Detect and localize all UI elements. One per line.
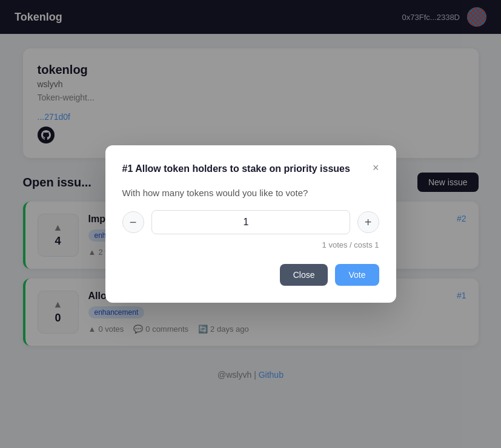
modal-subtitle: With how many tokens would you like to v… [122, 188, 379, 198]
modal-actions: Close Vote [122, 264, 379, 286]
modal-close-button[interactable]: × [373, 162, 379, 173]
modal-title: #1 Allow token holders to stake on prior… [122, 162, 373, 176]
token-decrement-button[interactable]: − [122, 211, 144, 233]
token-cost-label: 1 votes / costs 1 [122, 240, 379, 249]
modal-header: #1 Allow token holders to stake on prior… [122, 162, 379, 176]
vote-modal: #1 Allow token holders to stake on prior… [105, 145, 396, 303]
token-count-input[interactable] [151, 210, 350, 234]
close-button[interactable]: Close [280, 264, 328, 286]
token-input-row: − + [122, 210, 379, 234]
modal-overlay[interactable]: #1 Allow token holders to stake on prior… [0, 0, 501, 448]
token-increment-button[interactable]: + [357, 211, 379, 233]
vote-button[interactable]: Vote [335, 264, 379, 286]
